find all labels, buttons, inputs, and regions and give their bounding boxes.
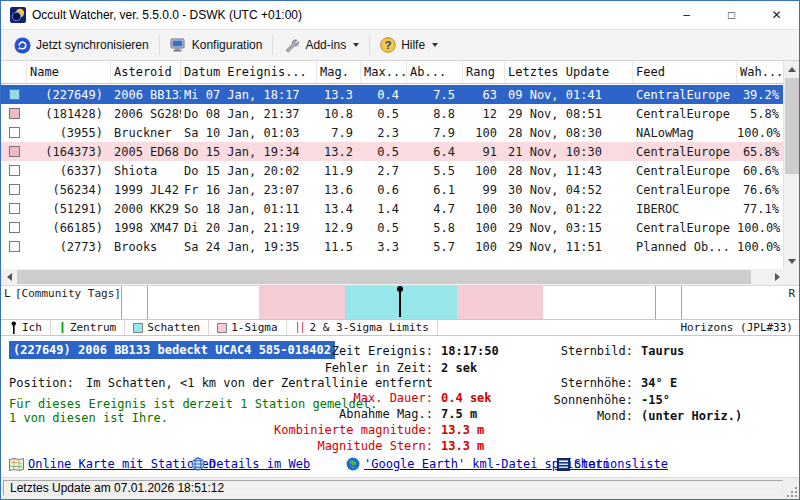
cell-num: (51291) bbox=[27, 202, 111, 216]
row-checkbox[interactable] bbox=[9, 146, 20, 157]
row-checkbox[interactable] bbox=[9, 184, 20, 195]
cell-feed: CentralEurope bbox=[633, 164, 737, 178]
addins-label: Add-ins bbox=[305, 38, 346, 52]
table-row[interactable]: (6337)ShiotaDo 15 Jan, 20:0211.92.75.510… bbox=[1, 161, 785, 180]
column-header[interactable]: Ab... bbox=[407, 61, 463, 83]
field-label: Magnitude Stern: bbox=[251, 439, 433, 453]
legend-sigma1: 1-Sigma bbox=[209, 320, 286, 335]
row-checkbox[interactable] bbox=[9, 127, 20, 138]
field-label: Fehler in Zeit: bbox=[251, 361, 433, 375]
cell-wah: 60.6% bbox=[737, 164, 785, 178]
table-row[interactable]: (2773)BrooksSa 24 Jan, 19:3511.53.35.710… bbox=[1, 237, 785, 256]
cell-max: 0.6 bbox=[361, 183, 407, 197]
window-title: Occult Watcher, ver. 5.5.0.0 - DSWK (UTC… bbox=[32, 8, 302, 22]
cell-rang: 100 bbox=[463, 221, 505, 235]
configuration-button[interactable]: Konfiguration bbox=[163, 34, 270, 57]
scroll-up-icon[interactable] bbox=[784, 61, 799, 77]
horizontal-scrollbar[interactable] bbox=[1, 269, 785, 285]
help-button[interactable]: ? Hilfe bbox=[373, 34, 445, 56]
cell-num: (227649) bbox=[27, 88, 111, 102]
column-header[interactable]: Letztes Update bbox=[505, 61, 633, 83]
cell-feed: CentralEurope bbox=[633, 145, 737, 159]
field-value: (unter Horiz.) bbox=[641, 409, 742, 423]
cell-num: (164373) bbox=[27, 145, 111, 159]
cell-update: 29 Nov, 03:15 bbox=[505, 221, 633, 235]
column-header[interactable]: Wah... bbox=[737, 61, 785, 83]
cell-feed: CentralEurope bbox=[633, 221, 737, 235]
minimize-button[interactable]: – bbox=[664, 1, 709, 29]
cell-max: 1.4 bbox=[361, 202, 407, 216]
legend-zentrum: Zentrum bbox=[51, 320, 125, 335]
cell-num: (3955) bbox=[27, 126, 111, 140]
cell-mag: 11.9 bbox=[317, 164, 361, 178]
sync-label: Jetzt synchronisieren bbox=[36, 38, 149, 52]
table-row[interactable]: (3955)BrucknerSa 10 Jan, 01:037.92.37.91… bbox=[1, 123, 785, 142]
vertical-scrollbar[interactable] bbox=[783, 61, 799, 269]
cell-name: 2006 BB133 bbox=[111, 88, 181, 102]
legend-sigma23: 2 & 3-Sigma Limits bbox=[287, 320, 438, 335]
addins-button[interactable]: Add-ins bbox=[276, 34, 366, 57]
cell-max: 3.3 bbox=[361, 240, 407, 254]
cell-ab: 5.5 bbox=[407, 164, 463, 178]
center-line-icon bbox=[59, 321, 66, 334]
table-row[interactable]: (227649)2006 BB133Mi 07 Jan, 18:1713.30.… bbox=[1, 85, 785, 104]
cell-ab: 5.8 bbox=[407, 221, 463, 235]
table-row[interactable]: (66185)1998 XM47Di 20 Jan, 21:1912.90.55… bbox=[1, 218, 785, 237]
position-line: Position:Im Schatten, <1 km von der Zent… bbox=[9, 376, 433, 390]
column-header[interactable]: Mag. bbox=[317, 61, 361, 83]
close-button[interactable]: ✕ bbox=[754, 1, 799, 29]
row-checkbox[interactable] bbox=[9, 89, 20, 100]
field-label: Abnahme Mag.: bbox=[251, 407, 433, 421]
events-table: NameAsteroidDatum Ereignis...Mag.Max...A… bbox=[1, 61, 799, 285]
column-header[interactable]: Feed bbox=[633, 61, 737, 83]
column-header[interactable]: Max... bbox=[361, 61, 407, 83]
legend-schatten-label: Schatten bbox=[147, 321, 200, 334]
cell-rang: 99 bbox=[463, 183, 505, 197]
station-list-link[interactable]: Stationsliste bbox=[557, 457, 668, 471]
cell-max: 2.7 bbox=[361, 164, 407, 178]
column-header[interactable]: Name bbox=[27, 61, 111, 83]
online-map-link[interactable]: Online Karte mit Stationen bbox=[9, 457, 216, 471]
table-header: NameAsteroidDatum Ereignis...Mag.Max...A… bbox=[1, 61, 785, 84]
column-header[interactable]: Asteroid bbox=[111, 61, 181, 83]
configuration-label: Konfiguration bbox=[192, 38, 263, 52]
row-checkbox[interactable] bbox=[9, 108, 20, 119]
horizontal-scroll-thumb[interactable] bbox=[17, 270, 751, 284]
table-row[interactable]: (164373)2005 ED68Do 15 Jan, 19:3413.20.5… bbox=[1, 142, 785, 161]
cell-feed: IBEROC bbox=[633, 202, 737, 216]
resize-grip[interactable] bbox=[785, 485, 798, 498]
row-checkbox[interactable] bbox=[9, 222, 20, 233]
scroll-down-icon[interactable] bbox=[784, 253, 799, 269]
column-header[interactable]: Datum Ereignis... bbox=[181, 61, 317, 83]
cell-wah: 77.1% bbox=[737, 202, 785, 216]
cell-mag: 10.8 bbox=[317, 107, 361, 121]
table-row[interactable]: (51291)2000 KK29So 18 Jan, 01:1113.41.44… bbox=[1, 199, 785, 218]
cell-ab: 5.7 bbox=[407, 240, 463, 254]
row-checkbox[interactable] bbox=[9, 203, 20, 214]
column-header[interactable]: Rang bbox=[463, 61, 505, 83]
field-value: 2 sek bbox=[441, 361, 477, 375]
row-checkbox[interactable] bbox=[9, 241, 20, 252]
legend-schatten: Schatten bbox=[125, 320, 209, 335]
scroll-left-icon[interactable] bbox=[1, 269, 17, 285]
field-value: 13.3 m bbox=[441, 439, 484, 453]
online-map-label: Online Karte mit Stationen bbox=[28, 457, 216, 471]
path-graph[interactable]: L [Community Tags] R bbox=[1, 285, 799, 319]
field-label: Sternbild: bbox=[535, 344, 633, 358]
web-details-link[interactable]: Details im Web bbox=[191, 457, 310, 471]
ephemeris-source-label: Horizons (JPL#33) bbox=[680, 321, 799, 334]
cell-rang: 100 bbox=[463, 164, 505, 178]
cell-feed: CentralEurope bbox=[633, 107, 737, 121]
vertical-scroll-thumb[interactable] bbox=[785, 78, 799, 174]
field-label: Mond: bbox=[535, 409, 633, 423]
sync-button[interactable]: Jetzt synchronisieren bbox=[7, 34, 156, 57]
table-row[interactable]: (181428)2006 SG289Do 08 Jan, 21:3710.80.… bbox=[1, 104, 785, 123]
cell-rang: 100 bbox=[463, 240, 505, 254]
row-checkbox[interactable] bbox=[9, 165, 20, 176]
field-value: 13.3 m bbox=[441, 423, 484, 437]
cell-datum: Fr 16 Jan, 23:07 bbox=[181, 183, 317, 197]
cell-update: 30 Nov, 01:22 bbox=[505, 202, 633, 216]
links-bar: Online Karte mit Stationen Details im We… bbox=[1, 453, 799, 477]
table-row[interactable]: (56234)1999 JL42Fr 16 Jan, 23:0713.60.66… bbox=[1, 180, 785, 199]
maximize-button[interactable]: □ bbox=[709, 1, 754, 29]
